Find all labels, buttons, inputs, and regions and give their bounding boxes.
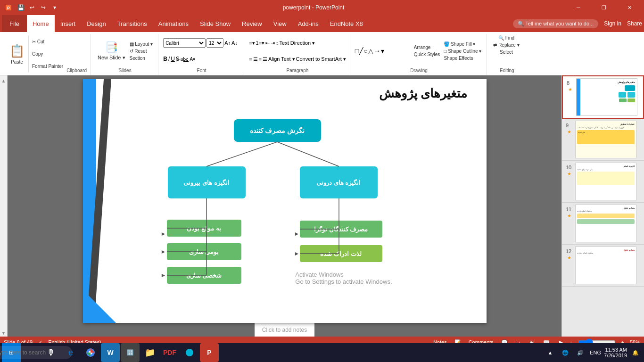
endnote-tab[interactable]: EndNote X8 (324, 15, 369, 32)
find-button[interactable]: 🔍 Find (497, 35, 516, 41)
systray-volume-icon[interactable]: 🔊 (574, 343, 587, 362)
format-painter-button[interactable]: Format Painter (31, 63, 65, 69)
close-button[interactable]: ✕ (619, 0, 640, 15)
arrange-button[interactable]: Arrange (413, 44, 442, 50)
oval-shape[interactable]: ○ (363, 47, 367, 55)
text-shadow-button[interactable]: ab̲c̲ (181, 57, 189, 62)
font-row2: B I U S̶ ab̲c̲ A▾ (163, 51, 195, 67)
systray-lang-button[interactable]: ENG (589, 343, 602, 362)
customize-qa-button[interactable]: ▾ (50, 3, 59, 12)
undo-qa-button[interactable]: ↩ (27, 3, 37, 12)
smartart-diagram: نگرش مصرف کننده انگیزه های بیرونی انگیزه… (111, 93, 470, 320)
new-slide-button[interactable]: 📑 New Slide ▾ (96, 41, 127, 62)
taskbar-search-button[interactable] (22, 343, 41, 362)
redo-qa-button[interactable]: ↪ (39, 3, 48, 12)
scroll-up-button[interactable]: ▲ (0, 77, 7, 84)
cut-button[interactable]: ✂ Cut (31, 39, 65, 45)
increase-indent-button[interactable]: ⇥ (271, 40, 275, 46)
shape-effects-button[interactable]: Shape Effects (442, 55, 483, 61)
design-tab[interactable]: Design (81, 15, 111, 32)
more-shapes-button[interactable]: ▾ (381, 47, 384, 55)
align-center-button[interactable]: ☰ (253, 56, 258, 62)
align-right-button[interactable]: ≡ (259, 56, 262, 62)
thumb-yellow-box-11a (577, 214, 635, 218)
align-left-button[interactable]: ≡ (249, 56, 252, 62)
shape-fill-button[interactable]: 🪣 Shape Fill ▾ (442, 41, 483, 47)
restore-button[interactable]: ❐ (593, 0, 615, 15)
sign-in-link[interactable]: Sign in (604, 20, 621, 27)
animations-tab[interactable]: Animations (153, 15, 194, 32)
paste-button[interactable]: 📋 Paste (6, 35, 29, 73)
text-direction-button[interactable]: Text Direction ▾ (280, 40, 315, 46)
select-button[interactable]: Select (498, 49, 514, 55)
reset-button[interactable]: ↺ Reset (128, 48, 155, 54)
convert-smartart-button[interactable]: Convert to SmartArt ▾ (296, 56, 346, 62)
taskbar-notification-button[interactable]: 🔔 (629, 343, 642, 362)
taskbar-app-button[interactable] (180, 343, 199, 362)
numbering-button[interactable]: 1≡▾ (256, 40, 265, 46)
triangle-shape[interactable]: △ (368, 47, 373, 55)
taskbar-powerpoint-button[interactable]: P (200, 343, 219, 362)
thumb-num-10: 10 (566, 165, 572, 170)
taskbar-word-button[interactable]: W (101, 343, 120, 362)
shape-outline-button[interactable]: □ Shape Outline ▾ (442, 48, 483, 54)
decrease-indent-button[interactable]: ⇤ (265, 40, 270, 46)
strikethrough-button[interactable]: S̶ (176, 56, 180, 62)
taskbar-pdf-button[interactable]: PDF (160, 343, 179, 362)
slideshow-tab[interactable]: Slide Show (194, 15, 236, 32)
transitions-tab[interactable]: Transitions (112, 15, 153, 32)
taskbar-chrome-button[interactable] (81, 343, 100, 362)
font-family-select[interactable]: Calibri (163, 38, 206, 48)
systray-expand-button[interactable]: ▲ (544, 343, 557, 362)
font-color-button[interactable]: A▾ (190, 57, 195, 62)
arrow-shape[interactable]: → (374, 47, 380, 55)
taskbar-edge-button[interactable]: e (61, 343, 80, 362)
notes-area[interactable]: Click to add notes (255, 323, 314, 337)
line-spacing-button[interactable]: ↕ (276, 40, 279, 46)
font-size-select[interactable]: 12 (206, 38, 223, 48)
save-qa-button[interactable]: 💾 (16, 3, 25, 12)
bold-button[interactable]: B (163, 56, 167, 62)
slide-thumbnail-11[interactable]: 11 ★ بحث و نتایج محتوای اسلاید یازده (562, 203, 644, 245)
taskbar-calculator-button[interactable]: 🔢 (121, 343, 140, 362)
underline-button[interactable]: U (171, 56, 175, 62)
slide-thumbnail-12[interactable]: 12 ★ بحث و نتایج محتوای اسلاید دوازده (562, 245, 644, 287)
layout-button[interactable]: ▦ Layout ▾ (128, 41, 155, 47)
italic-button[interactable]: I (168, 56, 170, 62)
file-menu[interactable]: File (2, 15, 27, 32)
thumb-content-10: كاربرد عملی متن نمونه برای اسلاید (576, 163, 636, 200)
addins-tab[interactable]: Add-ins (292, 15, 324, 32)
minimize-button[interactable]: ─ (568, 0, 589, 15)
quick-styles-button[interactable]: Quick Styles (413, 51, 442, 58)
section-button[interactable]: Section (128, 55, 155, 61)
increase-font-button[interactable]: A↑ (224, 40, 231, 46)
share-button[interactable]: Share (627, 20, 642, 27)
copy-button[interactable]: Copy (31, 51, 65, 57)
justify-button[interactable]: ☰ (263, 56, 267, 62)
home-tab[interactable]: Home (27, 15, 55, 32)
scroll-down-button[interactable]: ▼ (0, 329, 7, 337)
systray-network-icon[interactable]: 🌐 (559, 343, 572, 362)
taskbar-fileexplorer-button[interactable]: 📁 (140, 343, 159, 362)
paragraph-row1: ≡▾ 1≡▾ ⇤ ⇥ ↕ Text Direction ▾ (249, 35, 315, 51)
taskbar-clock[interactable]: 11:53 AM 7/26/2019 (604, 347, 627, 358)
line-shape[interactable]: ╱ (359, 47, 363, 55)
svg-text:P: P (7, 6, 10, 10)
replace-button[interactable]: ⇄ Replace ▾ (492, 42, 520, 48)
decrease-font-button[interactable]: A↓ (231, 40, 238, 46)
taskbar-cortana-button[interactable]: 🎙 (41, 343, 60, 362)
clipboard-group: 📋 Paste ✂ Cut Copy Format Painter Clipbo… (2, 34, 91, 75)
slide-canvas[interactable]: متغیرهای پژوهش نگرش مصرف کننده انگیزه ها… (83, 79, 487, 323)
insert-tab[interactable]: Insert (55, 15, 82, 32)
view-tab[interactable]: View (268, 15, 292, 32)
slide-thumbnail-10[interactable]: 10 ★ كاربرد عملی متن نمونه برای اسلاید (562, 161, 644, 203)
review-tab[interactable]: Review (236, 15, 268, 32)
slide-thumbnail-9[interactable]: 9 ★ عمليات تحقيق لورم ایپسوم متن ساختگی … (562, 119, 644, 161)
search-box[interactable]: 🔍 Tell me what you want to do... (513, 19, 599, 28)
slide-thumbnail-8[interactable]: 8 ★ متغیرهای پژوهش (562, 75, 644, 119)
align-text-button[interactable]: Align Text ▾ (268, 56, 295, 62)
paragraph-label: Paragraph (249, 67, 346, 73)
slides-options: ▦ Layout ▾ ↺ Reset Section (128, 41, 155, 61)
rectangle-shape[interactable]: □ (355, 47, 359, 55)
bullets-button[interactable]: ≡▾ (249, 40, 255, 46)
